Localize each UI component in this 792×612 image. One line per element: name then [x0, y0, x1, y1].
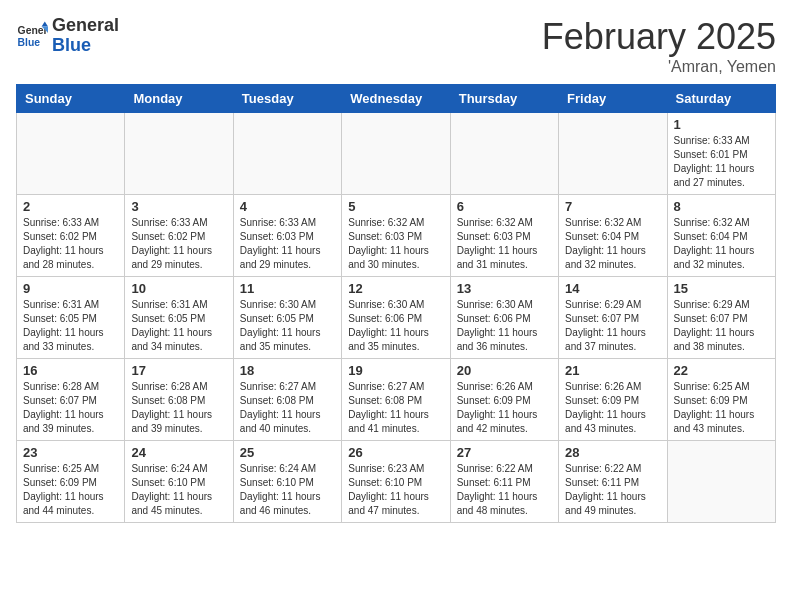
day-info: Sunrise: 6:31 AM Sunset: 6:05 PM Dayligh…	[23, 298, 118, 354]
day-number: 12	[348, 281, 443, 296]
calendar-cell: 19Sunrise: 6:27 AM Sunset: 6:08 PM Dayli…	[342, 359, 450, 441]
day-info: Sunrise: 6:25 AM Sunset: 6:09 PM Dayligh…	[23, 462, 118, 518]
calendar-cell	[559, 113, 667, 195]
day-info: Sunrise: 6:27 AM Sunset: 6:08 PM Dayligh…	[348, 380, 443, 436]
calendar-cell: 20Sunrise: 6:26 AM Sunset: 6:09 PM Dayli…	[450, 359, 558, 441]
day-number: 3	[131, 199, 226, 214]
calendar-cell	[342, 113, 450, 195]
calendar-cell: 15Sunrise: 6:29 AM Sunset: 6:07 PM Dayli…	[667, 277, 775, 359]
day-info: Sunrise: 6:23 AM Sunset: 6:10 PM Dayligh…	[348, 462, 443, 518]
calendar-cell: 1Sunrise: 6:33 AM Sunset: 6:01 PM Daylig…	[667, 113, 775, 195]
calendar-cell: 2Sunrise: 6:33 AM Sunset: 6:02 PM Daylig…	[17, 195, 125, 277]
calendar-cell: 27Sunrise: 6:22 AM Sunset: 6:11 PM Dayli…	[450, 441, 558, 523]
day-number: 10	[131, 281, 226, 296]
page-header: General Blue GeneralBlue February 2025 '…	[16, 16, 776, 76]
calendar-cell: 3Sunrise: 6:33 AM Sunset: 6:02 PM Daylig…	[125, 195, 233, 277]
calendar-header-row: SundayMondayTuesdayWednesdayThursdayFrid…	[17, 85, 776, 113]
calendar-cell: 9Sunrise: 6:31 AM Sunset: 6:05 PM Daylig…	[17, 277, 125, 359]
weekday-header-tuesday: Tuesday	[233, 85, 341, 113]
day-info: Sunrise: 6:30 AM Sunset: 6:06 PM Dayligh…	[457, 298, 552, 354]
month-title: February 2025	[542, 16, 776, 58]
calendar-cell: 10Sunrise: 6:31 AM Sunset: 6:05 PM Dayli…	[125, 277, 233, 359]
calendar-table: SundayMondayTuesdayWednesdayThursdayFrid…	[16, 84, 776, 523]
logo-general: General	[52, 16, 119, 36]
day-number: 18	[240, 363, 335, 378]
day-number: 20	[457, 363, 552, 378]
day-number: 26	[348, 445, 443, 460]
day-number: 11	[240, 281, 335, 296]
calendar-cell: 11Sunrise: 6:30 AM Sunset: 6:05 PM Dayli…	[233, 277, 341, 359]
calendar-cell: 7Sunrise: 6:32 AM Sunset: 6:04 PM Daylig…	[559, 195, 667, 277]
calendar-week-row: 23Sunrise: 6:25 AM Sunset: 6:09 PM Dayli…	[17, 441, 776, 523]
logo-blue: Blue	[52, 36, 119, 56]
calendar-cell: 4Sunrise: 6:33 AM Sunset: 6:03 PM Daylig…	[233, 195, 341, 277]
day-info: Sunrise: 6:29 AM Sunset: 6:07 PM Dayligh…	[565, 298, 660, 354]
day-number: 4	[240, 199, 335, 214]
day-number: 15	[674, 281, 769, 296]
day-info: Sunrise: 6:24 AM Sunset: 6:10 PM Dayligh…	[240, 462, 335, 518]
calendar-cell: 26Sunrise: 6:23 AM Sunset: 6:10 PM Dayli…	[342, 441, 450, 523]
title-block: February 2025 'Amran, Yemen	[542, 16, 776, 76]
weekday-header-thursday: Thursday	[450, 85, 558, 113]
day-info: Sunrise: 6:22 AM Sunset: 6:11 PM Dayligh…	[565, 462, 660, 518]
location-title: 'Amran, Yemen	[542, 58, 776, 76]
day-info: Sunrise: 6:31 AM Sunset: 6:05 PM Dayligh…	[131, 298, 226, 354]
calendar-cell: 8Sunrise: 6:32 AM Sunset: 6:04 PM Daylig…	[667, 195, 775, 277]
calendar-cell	[450, 113, 558, 195]
calendar-cell	[667, 441, 775, 523]
calendar-cell: 28Sunrise: 6:22 AM Sunset: 6:11 PM Dayli…	[559, 441, 667, 523]
day-info: Sunrise: 6:32 AM Sunset: 6:03 PM Dayligh…	[348, 216, 443, 272]
calendar-cell	[125, 113, 233, 195]
day-number: 22	[674, 363, 769, 378]
day-info: Sunrise: 6:32 AM Sunset: 6:04 PM Dayligh…	[565, 216, 660, 272]
day-info: Sunrise: 6:26 AM Sunset: 6:09 PM Dayligh…	[565, 380, 660, 436]
day-number: 13	[457, 281, 552, 296]
day-number: 14	[565, 281, 660, 296]
calendar-cell: 14Sunrise: 6:29 AM Sunset: 6:07 PM Dayli…	[559, 277, 667, 359]
logo: General Blue GeneralBlue	[16, 16, 119, 56]
day-info: Sunrise: 6:28 AM Sunset: 6:07 PM Dayligh…	[23, 380, 118, 436]
day-info: Sunrise: 6:27 AM Sunset: 6:08 PM Dayligh…	[240, 380, 335, 436]
day-info: Sunrise: 6:22 AM Sunset: 6:11 PM Dayligh…	[457, 462, 552, 518]
calendar-cell: 12Sunrise: 6:30 AM Sunset: 6:06 PM Dayli…	[342, 277, 450, 359]
calendar-cell: 18Sunrise: 6:27 AM Sunset: 6:08 PM Dayli…	[233, 359, 341, 441]
day-number: 16	[23, 363, 118, 378]
day-info: Sunrise: 6:33 AM Sunset: 6:02 PM Dayligh…	[23, 216, 118, 272]
day-number: 7	[565, 199, 660, 214]
day-number: 2	[23, 199, 118, 214]
weekday-header-sunday: Sunday	[17, 85, 125, 113]
calendar-cell: 5Sunrise: 6:32 AM Sunset: 6:03 PM Daylig…	[342, 195, 450, 277]
day-number: 21	[565, 363, 660, 378]
day-info: Sunrise: 6:25 AM Sunset: 6:09 PM Dayligh…	[674, 380, 769, 436]
weekday-header-saturday: Saturday	[667, 85, 775, 113]
logo-text: GeneralBlue	[52, 16, 119, 56]
logo-icon: General Blue	[16, 20, 48, 52]
day-info: Sunrise: 6:24 AM Sunset: 6:10 PM Dayligh…	[131, 462, 226, 518]
weekday-header-monday: Monday	[125, 85, 233, 113]
day-info: Sunrise: 6:28 AM Sunset: 6:08 PM Dayligh…	[131, 380, 226, 436]
day-info: Sunrise: 6:33 AM Sunset: 6:02 PM Dayligh…	[131, 216, 226, 272]
calendar-cell: 6Sunrise: 6:32 AM Sunset: 6:03 PM Daylig…	[450, 195, 558, 277]
day-number: 17	[131, 363, 226, 378]
svg-text:Blue: Blue	[18, 36, 41, 47]
day-number: 6	[457, 199, 552, 214]
day-info: Sunrise: 6:33 AM Sunset: 6:03 PM Dayligh…	[240, 216, 335, 272]
day-number: 27	[457, 445, 552, 460]
calendar-week-row: 9Sunrise: 6:31 AM Sunset: 6:05 PM Daylig…	[17, 277, 776, 359]
calendar-cell: 17Sunrise: 6:28 AM Sunset: 6:08 PM Dayli…	[125, 359, 233, 441]
calendar-week-row: 2Sunrise: 6:33 AM Sunset: 6:02 PM Daylig…	[17, 195, 776, 277]
day-info: Sunrise: 6:33 AM Sunset: 6:01 PM Dayligh…	[674, 134, 769, 190]
calendar-cell: 22Sunrise: 6:25 AM Sunset: 6:09 PM Dayli…	[667, 359, 775, 441]
day-number: 19	[348, 363, 443, 378]
day-number: 23	[23, 445, 118, 460]
day-number: 28	[565, 445, 660, 460]
day-number: 24	[131, 445, 226, 460]
calendar-week-row: 1Sunrise: 6:33 AM Sunset: 6:01 PM Daylig…	[17, 113, 776, 195]
day-info: Sunrise: 6:32 AM Sunset: 6:03 PM Dayligh…	[457, 216, 552, 272]
calendar-cell: 25Sunrise: 6:24 AM Sunset: 6:10 PM Dayli…	[233, 441, 341, 523]
calendar-cell: 13Sunrise: 6:30 AM Sunset: 6:06 PM Dayli…	[450, 277, 558, 359]
day-number: 5	[348, 199, 443, 214]
weekday-header-friday: Friday	[559, 85, 667, 113]
calendar-cell: 23Sunrise: 6:25 AM Sunset: 6:09 PM Dayli…	[17, 441, 125, 523]
day-number: 25	[240, 445, 335, 460]
